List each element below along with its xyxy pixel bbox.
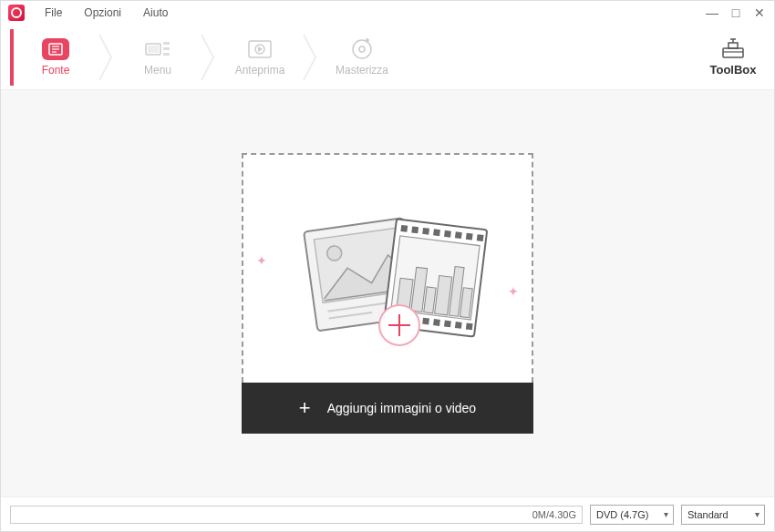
dropzone-illustration-icon: [283, 187, 492, 351]
toolbox-icon: [720, 37, 746, 59]
app-logo-icon: [8, 5, 25, 21]
step-source[interactable]: Fonte: [14, 29, 98, 86]
bottombar: 0M/4.30G DVD (4.7G) Standard: [1, 496, 774, 531]
svg-point-13: [359, 46, 365, 52]
sparkle-icon: ✦: [508, 284, 519, 299]
svg-rect-37: [433, 319, 440, 326]
content-area: ✦ ✦: [1, 90, 774, 496]
disc-type-select[interactable]: DVD (4.7G): [590, 505, 674, 525]
chevron-icon: [98, 30, 116, 85]
svg-rect-8: [163, 53, 170, 56]
step-label: Menu: [144, 64, 171, 77]
svg-rect-39: [455, 322, 462, 329]
titlebar: File Opzioni Aiuto — □ ✕: [1, 1, 774, 25]
capacity-text: 0M/4.30G: [532, 509, 576, 520]
svg-rect-28: [433, 229, 440, 236]
dropzone: ✦ ✦: [242, 153, 533, 434]
svg-rect-27: [422, 228, 429, 235]
step-label: Anteprima: [235, 64, 285, 77]
step-nav: Fonte Menu Anteprima Masterizza: [1, 25, 774, 90]
chevron-icon: [302, 30, 320, 85]
svg-marker-11: [258, 46, 263, 52]
disc-type-value: DVD (4.7G): [596, 509, 648, 520]
capacity-bar: 0M/4.30G: [10, 506, 583, 524]
step-label: Masterizza: [336, 64, 388, 77]
svg-rect-36: [422, 318, 429, 325]
source-icon: [42, 38, 69, 60]
sparkle-icon: ✦: [256, 253, 267, 268]
svg-rect-38: [444, 321, 451, 328]
svg-rect-32: [477, 234, 484, 241]
menu-help[interactable]: Aiuto: [132, 3, 179, 23]
window-controls: — □ ✕: [705, 5, 767, 20]
chevron-icon: [200, 30, 218, 85]
step-preview[interactable]: Anteprima: [218, 29, 302, 86]
step-menu[interactable]: Menu: [116, 29, 200, 86]
menu-options[interactable]: Opzioni: [73, 3, 132, 23]
svg-rect-30: [455, 231, 462, 239]
preview-icon: [246, 38, 274, 60]
quality-select[interactable]: Standard: [681, 505, 765, 525]
minimize-icon[interactable]: —: [705, 5, 719, 20]
svg-rect-26: [411, 226, 418, 233]
svg-rect-14: [723, 48, 743, 57]
toolbox-label: ToolBox: [709, 63, 756, 77]
add-media-label: Aggiungi immagini o video: [327, 401, 476, 415]
svg-rect-7: [163, 47, 170, 50]
dropzone-canvas[interactable]: ✦ ✦: [242, 153, 533, 383]
svg-rect-15: [728, 43, 738, 48]
svg-point-12: [353, 40, 371, 58]
svg-rect-40: [466, 322, 473, 330]
burn-icon: [348, 38, 376, 60]
maximize-icon[interactable]: □: [728, 5, 743, 20]
close-icon[interactable]: ✕: [752, 5, 767, 20]
svg-rect-6: [163, 42, 170, 45]
app-window: File Opzioni Aiuto — □ ✕ Fonte Menu: [0, 0, 775, 532]
svg-rect-31: [466, 233, 473, 240]
toolbox-button[interactable]: ToolBox: [701, 37, 765, 77]
step-burn[interactable]: Masterizza: [320, 29, 404, 86]
plus-icon: +: [299, 396, 311, 420]
svg-rect-25: [400, 225, 408, 232]
add-media-button[interactable]: + Aggiungi immagini o video: [242, 383, 533, 434]
quality-value: Standard: [687, 509, 728, 520]
svg-rect-5: [148, 46, 159, 53]
step-label: Fonte: [42, 64, 70, 77]
menu-icon: [144, 38, 171, 60]
svg-rect-29: [444, 230, 451, 238]
menu-file[interactable]: File: [34, 3, 73, 23]
